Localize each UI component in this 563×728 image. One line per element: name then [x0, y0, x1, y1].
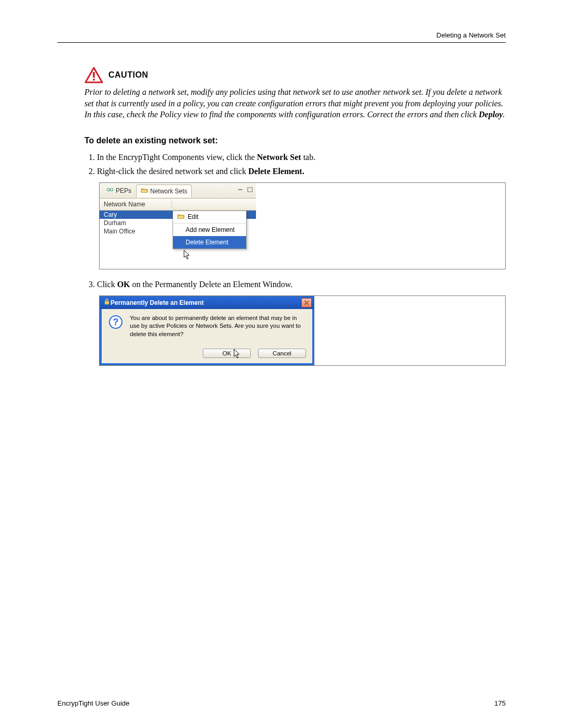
question-icon: ? [108, 314, 124, 331]
steps-list: In the EncrypTight Components view, clic… [84, 152, 506, 177]
step-3: Click OK on the Permanently Delete an El… [97, 279, 506, 290]
maximize-icon[interactable] [247, 187, 254, 194]
folder-open-icon [141, 187, 148, 195]
page-footer: EncrypTight User Guide 175 [57, 699, 506, 707]
step-1: In the EncrypTight Components view, clic… [97, 152, 506, 163]
step-2: Right-click the desired network set and … [97, 166, 506, 177]
steps-list-cont: Click OK on the Permanently Delete an El… [84, 279, 506, 290]
menu-add-element[interactable]: Add new Element [173, 224, 246, 236]
tab-network-sets[interactable]: Network Sets [136, 184, 192, 198]
svg-rect-8 [105, 301, 109, 304]
footer-left: EncrypTight User Guide [57, 699, 129, 707]
dialog-titlebar[interactable]: Permanently Delete an Element [100, 297, 314, 309]
svg-point-3 [107, 189, 110, 191]
lock-icon [103, 298, 111, 307]
svg-rect-1 [93, 72, 95, 78]
caution-body: Prior to deleting a network set, modify … [84, 87, 506, 120]
dialog-message: You are about to permanently delete an e… [130, 314, 306, 339]
caution-header: CAUTION [84, 67, 506, 83]
caution-icon [84, 67, 103, 83]
svg-rect-6 [238, 189, 242, 190]
ok-button[interactable]: OK [203, 349, 251, 358]
tab-peps[interactable]: PEPs [102, 184, 136, 197]
link-icon [106, 187, 114, 194]
context-menu: Edit Add new Element Delete Element [173, 211, 247, 249]
svg-text:?: ? [113, 317, 119, 327]
page-header: Deleting a Network Set [57, 31, 506, 43]
close-button[interactable] [301, 298, 312, 307]
svg-rect-7 [248, 188, 252, 192]
menu-delete-element[interactable]: Delete Element [173, 236, 246, 249]
context-menu-title: Edit [173, 211, 246, 224]
cursor-icon [183, 249, 192, 262]
column-header[interactable]: Network Name [100, 199, 256, 211]
cursor-icon [233, 348, 242, 361]
caution-label: CAUTION [108, 70, 148, 80]
svg-point-4 [111, 189, 113, 191]
folder-open-icon [177, 213, 185, 221]
figure-network-panel: PEPs Network Sets Network Name Cary [99, 182, 506, 269]
cancel-button[interactable]: Cancel [258, 349, 306, 358]
figure-confirm-dialog: Permanently Delete an Element ? You are … [99, 295, 506, 366]
network-list: Cary Durham Main Office Edit Add new Ele… [100, 211, 256, 269]
minimize-icon[interactable] [237, 187, 244, 194]
svg-rect-2 [93, 79, 95, 81]
page-number: 175 [494, 699, 506, 707]
dialog-title: Permanently Delete an Element [111, 299, 204, 306]
tab-bar: PEPs Network Sets [100, 183, 256, 199]
section-heading: To delete an existing network set: [84, 136, 506, 145]
